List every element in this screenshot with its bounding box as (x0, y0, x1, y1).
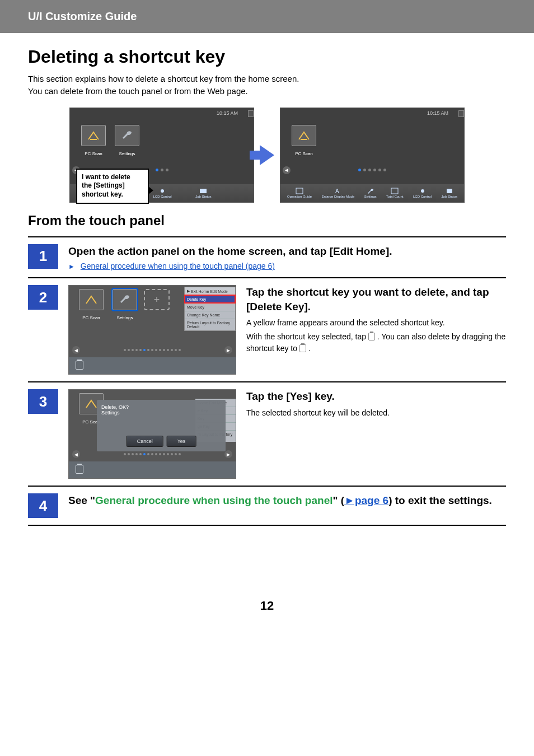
job-status-icon (446, 188, 453, 194)
trash-icon (76, 465, 83, 474)
pager-left-icon: ◄ (283, 166, 291, 174)
shortcut-pc-scan: PC Scan (77, 289, 106, 321)
enlarge-icon: A (334, 188, 342, 194)
hero-left-wrap: 10:15 AM PC Scan Settings ◄ (69, 108, 254, 203)
divider (28, 381, 506, 382)
pager-dots (156, 169, 168, 171)
menu-return-layout: Return Layout to Factory Default (185, 319, 235, 330)
pc-scan-icon (83, 293, 99, 306)
step-1-link-row: ► General procedure when using the touch… (68, 262, 506, 270)
settings-icon (117, 293, 133, 306)
trash-icon (76, 361, 83, 370)
settings-icon (119, 129, 135, 142)
chip-settings: Settings (364, 188, 377, 198)
header-title: U/I Customize Guide (28, 10, 137, 22)
step-3-screenshot: PC Scan Home Edit Mode e Key Key ge Key … (68, 389, 236, 479)
empty-slot: + (144, 289, 170, 310)
svg-text:A: A (335, 188, 339, 194)
svg-rect-2 (200, 189, 207, 193)
pager-right-icon: ► (224, 346, 232, 354)
shortcut-pc-scan: PC Scan (289, 125, 318, 157)
step-3-desc: The selected shortcut key will be delete… (246, 407, 506, 419)
chip-enlarge-mode: AEnlarge Display Mode (322, 188, 355, 198)
bottom-tray (69, 461, 236, 478)
play-icon: ▶ (187, 289, 190, 293)
wrench-icon (367, 188, 374, 194)
trash-icon (299, 344, 306, 352)
divider (28, 236, 506, 237)
step-4: 4 See "General procedure when using the … (28, 493, 506, 518)
divider (28, 486, 506, 487)
shortcut-pc-scan-label: PC Scan (85, 151, 102, 156)
shortcut-pc-scan-label: PC Scan (295, 151, 313, 156)
menu-move-key: Move Key (185, 303, 235, 311)
link-general-procedure[interactable]: General procedure when using the touch p… (81, 262, 275, 270)
chip-total-count: Total Count (386, 188, 403, 198)
step-badge: 1 (28, 244, 58, 269)
pager: ◄ (280, 166, 464, 174)
step-2-desc-2: With the shortcut key selected, tap . Yo… (246, 331, 506, 354)
step-4-title: See "General procedure when using the to… (68, 493, 506, 508)
step-1-title: Open the action panel on the home screen… (68, 244, 506, 259)
step-2-title: Tap the shortcut key you want to delete,… (246, 285, 506, 314)
shortcut-pc-scan-label: PC Scan (82, 315, 100, 320)
cancel-button: Cancel (127, 436, 163, 447)
trash-icon (368, 333, 375, 340)
menu-exit: ▶Exit Home Edit Mode (185, 287, 235, 295)
callout-line: shortcut key. (82, 190, 143, 199)
counter-icon (391, 188, 399, 194)
page-title: Deleting a shortcut key (28, 46, 506, 67)
divider (28, 525, 506, 526)
shortcut-settings: Settings (113, 125, 142, 157)
arrow-right-icon (260, 145, 274, 165)
guide-icon (296, 188, 303, 194)
svg-rect-5 (391, 188, 398, 194)
shortcut-settings-label: Settings (119, 151, 135, 156)
page-number: 12 (28, 599, 506, 613)
svg-point-1 (161, 189, 164, 193)
shortcut-settings-selected: Settings (110, 289, 139, 321)
chip-lcd-control: LCD Control (413, 188, 432, 198)
job-status-icon (199, 188, 208, 194)
pager: ◄ ► (69, 450, 236, 458)
chip-lcd-control: LCD Control (153, 188, 171, 198)
step-3-title: Tap the [Yes] key. (246, 389, 506, 404)
pager-dots (358, 169, 386, 171)
shortcut-pc-scan: PC Scan (79, 125, 108, 157)
action-panel: ▶Exit Home Edit Mode Delete Key Move Key… (184, 287, 236, 331)
link-page-6[interactable]: ►page 6 (344, 494, 388, 506)
intro-text: This section explains how to delete a sh… (28, 73, 506, 97)
brightness-icon (158, 188, 167, 194)
pc-scan-icon (296, 129, 312, 142)
svg-rect-3 (296, 188, 303, 194)
step-badge: 2 (28, 285, 58, 310)
side-tab-icon (248, 110, 254, 117)
time-label: 10:15 AM (217, 110, 238, 116)
confirm-dialog: Delete, OK? Settings Cancel Yes (97, 400, 226, 451)
pager: ◄ ► (69, 346, 236, 354)
brightness-icon (419, 188, 427, 194)
header-bar: U/I Customize Guide (0, 0, 534, 33)
step-badge: 4 (28, 493, 58, 518)
side-tab-icon (458, 110, 464, 117)
bottom-tray (69, 357, 236, 374)
pager-left-icon: ◄ (72, 450, 80, 458)
triangle-icon: ► (68, 263, 75, 270)
pager-left-icon: ◄ (72, 346, 80, 354)
svg-rect-7 (447, 189, 452, 193)
dialog-subject: Settings (101, 410, 221, 416)
pager-right-icon: ► (224, 450, 232, 458)
step-2-desc-1: A yellow frame appears around the select… (246, 317, 506, 329)
hero-screenshots: 10:15 AM PC Scan Settings ◄ (28, 108, 506, 203)
step-3: 3 PC Scan Home Edit Mode e Key Key ge Ke… (28, 389, 506, 479)
chip-job-status: Job Status (195, 188, 211, 198)
callout-delete-settings: I want to delete the [Settings] shortcut… (76, 169, 149, 204)
link-general-procedure-green[interactable]: General procedure when using the touch p… (95, 494, 332, 506)
menu-change-key-name: Change Key Name (185, 311, 235, 319)
yes-button: Yes (167, 436, 196, 447)
hero-right-panel: 10:15 AM PC Scan ◄ Operation Guide AEnla… (280, 108, 465, 203)
shortcut-settings-label: Settings (117, 315, 133, 320)
step-2: 2 PC Scan Settings + ▶Exit Home Edit Mod… (28, 285, 506, 375)
callout-line: the [Settings] (82, 181, 143, 190)
section-touch-panel: From the touch panel (28, 213, 506, 228)
